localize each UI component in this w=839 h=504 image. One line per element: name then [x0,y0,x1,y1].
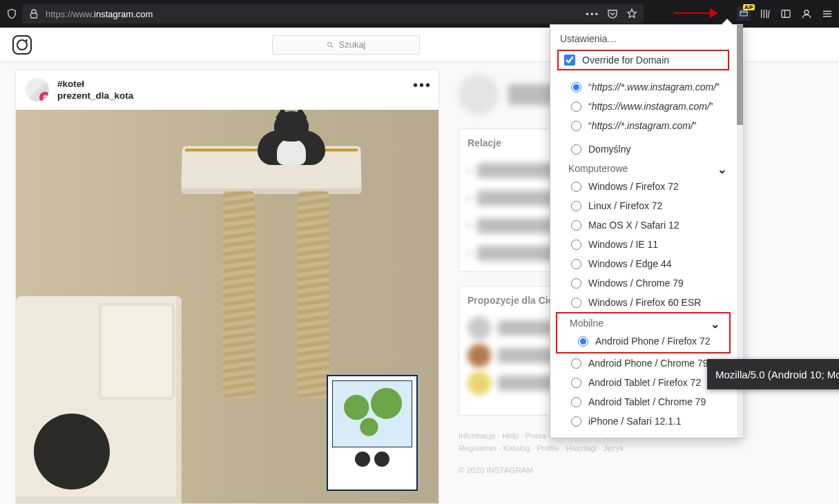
scrollbar-thumb[interactable] [737,25,743,125]
search-icon [326,41,334,49]
post-author[interactable]: prezent_dla_kota [57,90,133,101]
footer-link[interactable]: Język [604,444,624,452]
domain-radio[interactable] [571,101,581,112]
ua-option[interactable]: Windows / Edge 44 [550,254,736,273]
domain-radio[interactable] [571,121,581,131]
override-checkbox[interactable] [564,55,575,66]
popup-title: Ustawienia… [550,25,736,50]
default-option[interactable]: Domyślny [550,139,736,159]
hash-badge-icon: # [39,92,49,101]
ua-radio[interactable] [571,378,581,388]
mobile-selected-group: Mobilne⌄ Android Phone / Firefox 72 [556,312,731,353]
ua-radio[interactable] [571,298,581,308]
ua-radio[interactable] [571,259,581,269]
mobile-section-header[interactable]: Mobilne⌄ [557,313,729,331]
svg-point-3 [804,10,809,14]
ua-radio[interactable] [578,336,588,347]
footer-link[interactable]: Informacje [459,432,502,440]
post-hashtag[interactable]: #koteł [57,78,133,90]
svg-rect-2 [782,10,790,18]
override-for-domain-row[interactable]: Override for Domain [557,50,729,70]
extension-badge: A/F [743,4,755,10]
search-placeholder: Szukaj [338,39,365,50]
post-image[interactable] [16,110,438,503]
ua-radio[interactable] [571,416,581,427]
footer-link[interactable]: Profile [537,444,566,452]
sidebar-icon[interactable] [780,8,792,20]
svg-point-4 [328,42,332,46]
instagram-logo-icon[interactable] [12,35,32,55]
domain-option[interactable]: “https://www.instagram.com/” [550,97,736,116]
desktop-section-header[interactable]: Komputerowe⌄ [550,159,736,177]
svg-rect-0 [31,13,37,18]
footer-link[interactable]: Hasztagi [566,444,603,452]
ua-radio[interactable] [571,397,581,407]
ua-radio[interactable] [571,358,581,369]
ua-option[interactable]: Windows / Firefox 72 [550,177,736,196]
account-icon[interactable] [800,8,813,20]
post-header: # #koteł prezent_dla_kota ••• [16,70,438,110]
ua-radio[interactable] [571,220,581,231]
useragent-tooltip: Mozilla/5.0 (Android 10; Mobi [707,359,839,389]
ua-option-selected[interactable]: Android Phone / Firefox 72 [557,331,729,351]
address-bar[interactable]: https://www.instagram.com ••• [22,4,644,23]
footer-link[interactable]: Katalog [503,444,537,452]
more-icon[interactable]: ••• [586,9,599,19]
footer-link[interactable]: Prasa [525,432,552,440]
url-text: https://www.instagram.com [46,9,153,19]
footer-copyright: © 2020 INSTAGRAM [459,464,679,476]
ua-radio[interactable] [571,201,581,211]
chevron-down-icon: ⌄ [711,318,720,331]
domain-radio[interactable] [571,82,581,93]
ua-option[interactable]: Windows / IE 11 [550,235,736,254]
footer-row-2: Regulamin Katalog Profile Hasztagi Język [459,442,679,454]
ua-option[interactable]: Windows / Firefox 60 ESR [550,293,736,312]
useragent-switcher-extension-icon[interactable]: A/F [737,7,751,21]
library-icon[interactable] [759,8,771,20]
ua-option[interactable]: Android Tablet / Chrome 79 [550,392,736,411]
ua-option[interactable]: iPhone / Safari 12.1.1 [550,411,736,431]
ua-radio[interactable] [571,182,581,192]
bookmark-star-icon[interactable] [626,8,638,20]
footer-link[interactable]: Help [502,432,525,440]
search-input[interactable]: Szukaj [272,35,420,55]
ua-option[interactable]: Linux / Firefox 72 [550,196,736,215]
footer-link[interactable]: Regulamin [459,444,503,452]
override-label: Override for Domain [582,55,669,66]
ua-option[interactable]: Mac OS X / Safari 12 [550,215,736,235]
hamburger-menu-icon[interactable] [821,8,833,20]
ua-option[interactable]: Windows / Chrome 79 [550,273,736,293]
chevron-down-icon: ⌄ [717,163,726,176]
hashtag-avatar[interactable]: # [26,78,49,101]
domain-option[interactable]: “https://*.instagram.com/” [550,116,736,135]
svg-rect-1 [740,11,748,16]
browser-toolbar: https://www.instagram.com ••• A/F [0,0,839,28]
tracking-shield-icon[interactable] [6,8,18,20]
ua-radio[interactable] [571,278,581,289]
domain-option[interactable]: “https://*.www.instagram.com/” [550,77,736,97]
lock-icon [28,8,40,20]
pocket-icon[interactable] [606,8,619,20]
annotation-arrow [674,8,718,18]
ua-radio[interactable] [571,144,581,155]
ua-radio[interactable] [571,240,581,250]
post-card: # #koteł prezent_dla_kota ••• [15,69,439,504]
